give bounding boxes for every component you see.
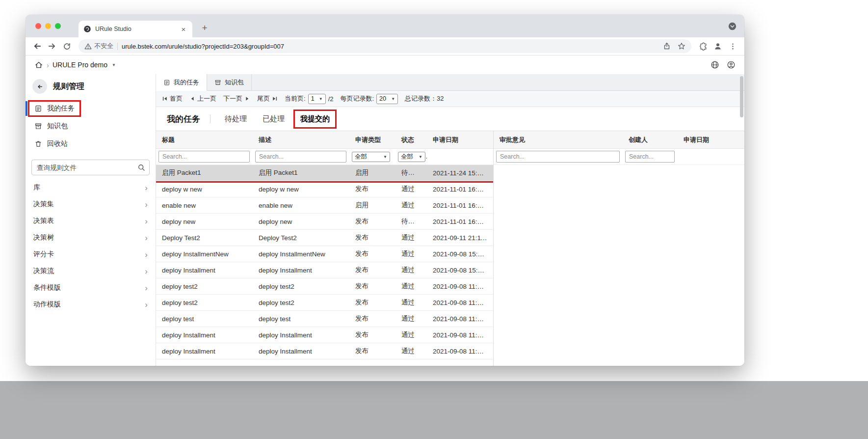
grid-body: 启用 Packet1启用 Packet1启用待审批2021-11-24 15:0… (156, 165, 493, 359)
tree-item-label: 评分卡 (33, 250, 54, 259)
cell-desc: deploy test2 (253, 283, 349, 290)
bookmark-star-icon[interactable] (678, 42, 685, 50)
column-header-status[interactable]: 状态 (395, 136, 427, 144)
creator-filter-input[interactable] (625, 151, 675, 163)
share-icon[interactable] (663, 42, 671, 50)
cell-type: 发布 (349, 330, 395, 339)
minimize-window-button[interactable] (45, 23, 51, 29)
column-header-type[interactable]: 申请类型 (349, 136, 395, 144)
table-row[interactable]: deploy test2deploy test2发布通过2021-09-08 1… (156, 278, 493, 295)
cell-status: 待审批 (395, 217, 427, 226)
table-row[interactable]: deploy Installmentdeploy Installment发布通过… (156, 262, 493, 278)
tree-item[interactable]: 决策集› (26, 196, 156, 213)
table-row[interactable]: deploy testdeploy test发布通过2021-09-08 11:… (156, 311, 493, 327)
sidebar-item-recycle-bin[interactable]: 回收站 (26, 135, 156, 153)
cell-desc: 启用 Packet1 (253, 168, 349, 177)
maximize-window-button[interactable] (55, 23, 61, 29)
sidebar-item-knowledge-packages[interactable]: 知识包 (26, 117, 156, 135)
description-filter-input[interactable] (255, 151, 346, 163)
tab-knowledge-packages[interactable]: 知识包 (207, 74, 252, 90)
user-account-icon[interactable] (727, 60, 736, 69)
tree-item[interactable]: 条件模版› (26, 279, 156, 296)
cell-desc: deploy Installment (253, 348, 349, 355)
project-selector[interactable]: URULE Pro demo (53, 61, 107, 69)
tab-label: 知识包 (225, 78, 244, 87)
column-header-opinion[interactable]: 审批意见 (494, 136, 623, 144)
cell-status: 通过 (395, 330, 427, 339)
cell-status: 通过 (395, 185, 427, 193)
security-label: 不安全 (94, 42, 113, 51)
next-page-button[interactable]: 下一页 (223, 94, 250, 103)
cell-date: 2021-09-11 21:11:53 (427, 234, 493, 242)
sidebar-item-my-tasks[interactable]: 我的任务 (26, 100, 156, 117)
chevron-down-icon: ▼ (383, 155, 387, 159)
chevron-right-icon: › (145, 217, 148, 225)
back-button[interactable] (32, 79, 47, 94)
tree-item[interactable]: 决策表› (26, 213, 156, 229)
tasks-icon (163, 79, 170, 86)
cell-desc: deploy InstallmentNew (253, 250, 349, 258)
cell-type: 发布 (349, 217, 395, 226)
table-row[interactable]: deploy w newdeploy w new发布通过2021-11-01 1… (156, 181, 493, 197)
tree-item[interactable]: 库› (26, 179, 156, 196)
tree-item[interactable]: 动作模版› (26, 296, 156, 313)
prev-page-button[interactable]: 上一页 (189, 94, 216, 103)
cell-status: 通过 (395, 314, 427, 323)
table-row[interactable]: deploy Installmentdeploy Installment发布通过… (156, 327, 493, 343)
security-status[interactable]: 不安全 (84, 42, 113, 51)
tab-my-tasks[interactable]: 我的任务 (156, 74, 207, 91)
close-window-button[interactable] (35, 23, 41, 29)
browser-menu-kebab-icon[interactable] (726, 39, 739, 53)
profile-avatar-icon[interactable] (711, 39, 725, 53)
current-page-select[interactable]: 1▼ (308, 94, 326, 104)
reload-icon[interactable] (60, 39, 74, 53)
column-header-creator[interactable]: 创建人 (623, 136, 678, 144)
home-icon[interactable] (34, 60, 43, 69)
type-filter-select[interactable]: 全部▼ (352, 152, 390, 162)
cell-date: 2021-11-24 15:01:00 (427, 169, 493, 177)
column-header-date[interactable]: 申请日期 (678, 136, 744, 144)
chevron-right-icon: › (145, 200, 148, 209)
table-row[interactable]: enable newenable new启用通过2021-11-01 16:35… (156, 197, 493, 214)
main-panel: 我的任务 知识包 首页 (156, 74, 744, 366)
column-header-title[interactable]: 标题 (156, 136, 253, 144)
cell-title: deploy Installment (156, 331, 253, 339)
tree-item[interactable]: 评分卡› (26, 246, 156, 263)
new-tab-button[interactable]: + (198, 22, 211, 34)
back-icon[interactable] (30, 39, 44, 53)
tab-close-icon[interactable]: × (180, 25, 187, 33)
subtab-pending[interactable]: 待处理 (219, 111, 252, 127)
title-filter-input[interactable] (158, 151, 250, 163)
rule-file-search-input[interactable] (31, 160, 150, 175)
chevron-right-icon: › (145, 267, 148, 275)
language-globe-icon[interactable] (710, 60, 719, 69)
column-header-date[interactable]: 申请日期 (427, 136, 493, 144)
table-row[interactable]: deploy newdeploy new发布待审批2021-11-01 16:2… (156, 214, 493, 230)
browser-tab[interactable]: URule Studio × (79, 21, 192, 37)
last-page-button[interactable]: 尾页 (257, 94, 278, 103)
tab-search-button[interactable] (728, 22, 736, 30)
status-filter-select[interactable]: 全部▼ (398, 152, 425, 162)
table-row[interactable]: deploy InstallmentNewdeploy InstallmentN… (156, 246, 493, 262)
forward-icon[interactable] (45, 39, 59, 53)
subtab-processed[interactable]: 已处理 (257, 111, 290, 127)
table-row[interactable]: deploy Installmentdeploy Installment发布通过… (156, 343, 493, 359)
opinion-filter-input[interactable] (496, 151, 620, 163)
cell-title: deploy Installment (156, 267, 253, 274)
page-content: › URULE Pro demo ▼ 规则管理 (26, 55, 744, 366)
tree-item[interactable]: 决策树› (26, 229, 156, 246)
table-row[interactable]: deploy test2deploy test2发布通过2021-09-08 1… (156, 295, 493, 311)
search-icon (137, 164, 145, 171)
cell-type: 发布 (349, 233, 395, 242)
table-row[interactable]: Deploy Test2Deploy Test2发布通过2021-09-11 2… (156, 230, 493, 246)
address-bar[interactable]: 不安全 urule.bstek.com/urule/studio?project… (79, 39, 691, 53)
subtab-my-submissions[interactable]: 我提交的 (295, 111, 335, 127)
page-size-select[interactable]: 20▼ (376, 94, 398, 104)
first-page-button[interactable]: 首页 (162, 94, 183, 103)
cell-status: 通过 (395, 201, 427, 210)
tree-item[interactable]: 决策流› (26, 263, 156, 279)
table-row[interactable]: 启用 Packet1启用 Packet1启用待审批2021-11-24 15:0… (156, 165, 493, 181)
page-scrollbar[interactable] (740, 76, 743, 117)
extensions-puzzle-icon[interactable] (696, 39, 710, 53)
column-header-description[interactable]: 描述 (253, 136, 349, 144)
